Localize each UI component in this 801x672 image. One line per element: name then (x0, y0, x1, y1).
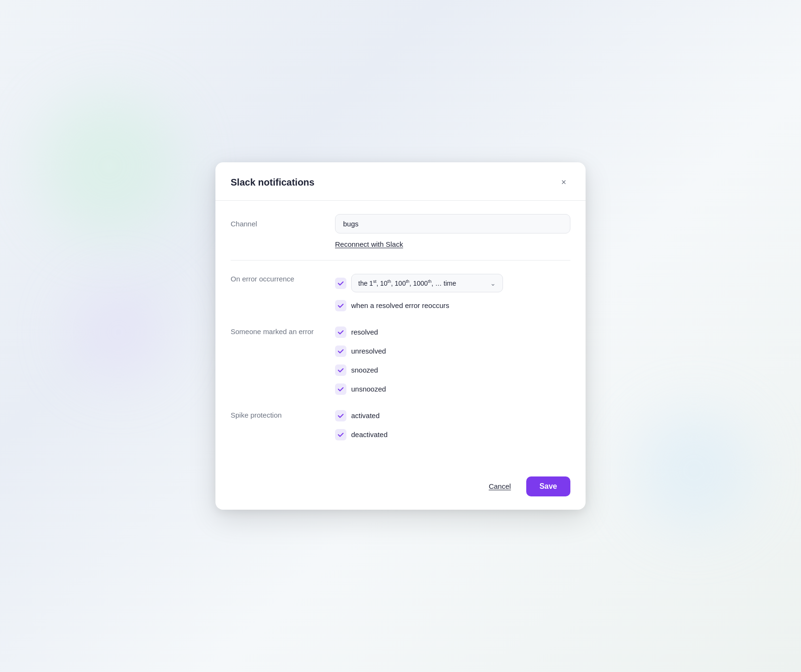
activated-text: activated (351, 411, 380, 420)
channel-field-content: Reconnect with Slack (335, 214, 570, 249)
close-button[interactable]: × (557, 176, 570, 189)
resolved-checkbox[interactable] (335, 327, 346, 338)
list-item: activated (335, 410, 570, 421)
modal-footer: Cancel Save (215, 469, 586, 510)
bg-decoration-3 (71, 285, 166, 380)
someone-marked-section: Someone marked an error resolved (231, 327, 570, 395)
on-error-dropdown-row: the 1st, 10th, 100th, 1000th, … time ⌄ (335, 274, 570, 292)
channel-input[interactable] (335, 214, 570, 233)
on-error-checkbox-2[interactable] (335, 300, 346, 311)
on-error-checkbox-1[interactable] (335, 278, 346, 289)
someone-marked-label: Someone marked an error (231, 327, 335, 336)
modal-overlay: Slack notifications × Channel Reconnect … (215, 162, 586, 510)
slack-notifications-modal: Slack notifications × Channel Reconnect … (215, 162, 586, 510)
resolved-text: resolved (351, 328, 378, 336)
list-item: resolved (335, 327, 570, 338)
unsnoozed-text: unsnoozed (351, 385, 386, 393)
list-item: unresolved (335, 345, 570, 357)
on-error-reoccurs-text: when a resolved error reoccurs (351, 301, 449, 309)
list-item: deactivated (335, 429, 570, 440)
list-item: snoozed (335, 364, 570, 376)
modal-body: Channel Reconnect with Slack On error oc… (215, 201, 586, 469)
modal-title: Slack notifications (231, 177, 315, 188)
someone-marked-options: resolved unresolved (335, 327, 570, 395)
reconnect-slack-link[interactable]: Reconnect with Slack (335, 240, 403, 248)
unsnoozed-checkbox[interactable] (335, 383, 346, 395)
spike-protection-label: Spike protection (231, 410, 335, 419)
spike-options: activated deactivated (335, 410, 570, 440)
snoozed-checkbox[interactable] (335, 364, 346, 376)
list-item: unsnoozed (335, 383, 570, 395)
dropdown-text: the 1st, 10th, 100th, 1000th, … time (358, 279, 456, 287)
on-error-time-dropdown[interactable]: the 1st, 10th, 100th, 1000th, … time ⌄ (351, 274, 503, 292)
bg-decoration-1 (38, 95, 180, 237)
on-error-section: On error occurrence the 1st, 10th, 100th… (231, 274, 570, 311)
section-divider (231, 260, 570, 261)
dropdown-arrow-icon: ⌄ (490, 280, 496, 287)
unresolved-text: unresolved (351, 347, 386, 355)
unresolved-checkbox[interactable] (335, 345, 346, 357)
spike-protection-section: Spike protection activated (231, 410, 570, 440)
channel-label: Channel (231, 214, 335, 228)
deactivated-text: deactivated (351, 430, 388, 439)
activated-checkbox[interactable] (335, 410, 346, 421)
snoozed-text: snoozed (351, 366, 378, 374)
deactivated-checkbox[interactable] (335, 429, 346, 440)
on-error-reoccurs-row: when a resolved error reoccurs (335, 300, 570, 311)
cancel-button[interactable]: Cancel (481, 477, 519, 495)
on-error-options: the 1st, 10th, 100th, 1000th, … time ⌄ w… (335, 274, 570, 311)
modal-header: Slack notifications × (215, 162, 586, 201)
channel-field-row: Channel Reconnect with Slack (231, 214, 570, 249)
save-button[interactable]: Save (526, 476, 570, 496)
bg-decoration-2 (635, 411, 754, 530)
on-error-label: On error occurrence (231, 274, 335, 283)
